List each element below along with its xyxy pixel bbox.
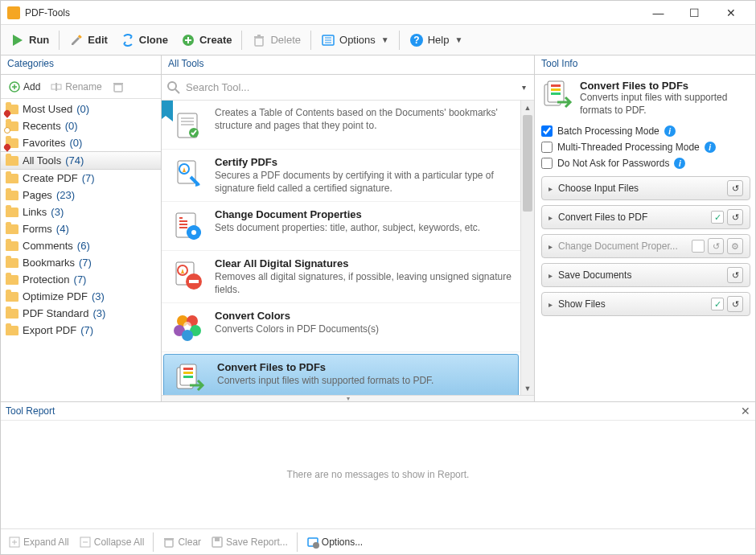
create-icon: [181, 33, 195, 47]
run-icon: [10, 33, 25, 47]
folder-icon: [6, 257, 18, 269]
category-item[interactable]: Bookmarks (7): [1, 254, 161, 271]
tool-item[interactable]: Change Document PropertiesSets document …: [162, 202, 520, 251]
multithread-checkbox[interactable]: [541, 142, 553, 153]
folder-icon: [6, 274, 18, 286]
category-item[interactable]: Links (3): [1, 204, 161, 220]
step-enable-checkbox[interactable]: ✓: [711, 211, 724, 224]
collapse-all-button[interactable]: Collapse All: [75, 533, 149, 551]
folder-icon: [6, 155, 18, 166]
expand-all-button[interactable]: Expand All: [4, 533, 73, 551]
maximize-button[interactable]: ☐: [676, 2, 713, 24]
category-item[interactable]: Comments (6): [1, 237, 161, 254]
category-item[interactable]: PDF Standard (3): [1, 305, 161, 322]
search-dropdown-button[interactable]: ▾: [519, 83, 529, 92]
search-icon: [166, 80, 181, 95]
step-reset-button[interactable]: ↺: [727, 296, 743, 312]
alltools-header: All Tools: [162, 56, 534, 75]
info-icon[interactable]: i: [664, 125, 676, 137]
category-item[interactable]: Recents (0): [1, 117, 161, 134]
report-close-button[interactable]: ✕: [741, 405, 750, 417]
category-count: (0): [76, 103, 89, 115]
step-reset-button[interactable]: ↺: [727, 180, 743, 196]
tool-item[interactable]: Certify PDFsSecures a PDF documents by c…: [162, 150, 520, 202]
workflow-step[interactable]: ▸Show Files✓↺: [541, 292, 750, 316]
chevron-right-icon: ▸: [549, 271, 553, 280]
clone-button[interactable]: Clone: [114, 30, 175, 51]
workflow-step[interactable]: ▸Save Documents↺: [541, 263, 750, 287]
delete-category-button[interactable]: [108, 78, 129, 96]
chevron-right-icon: ▸: [549, 213, 553, 222]
create-button[interactable]: Create: [175, 30, 238, 51]
run-button[interactable]: Run: [4, 30, 55, 51]
expand-icon: [8, 536, 21, 549]
step-enable-checkbox[interactable]: ✓: [711, 298, 724, 310]
category-count: (0): [65, 120, 78, 132]
scrollbar[interactable]: ▲ ▼: [520, 101, 534, 395]
rename-category-button[interactable]: Rename: [46, 78, 105, 96]
category-item[interactable]: Protection (7): [1, 271, 161, 288]
category-item[interactable]: Most Used (0): [1, 101, 161, 117]
category-item[interactable]: Favorites (0): [1, 134, 161, 151]
edit-button[interactable]: Edit: [63, 30, 114, 51]
help-button[interactable]: ? Help ▼: [403, 30, 470, 51]
svg-rect-54: [215, 537, 220, 541]
tools-list[interactable]: Creates a Table of Contents based on the…: [162, 101, 534, 395]
category-item[interactable]: Forms (4): [1, 220, 161, 237]
delete-button[interactable]: Delete: [245, 30, 307, 51]
folder-icon: [6, 224, 18, 235]
svg-rect-42: [183, 372, 193, 374]
step-reset-button[interactable]: ↺: [727, 267, 743, 283]
svg-rect-32: [189, 280, 199, 283]
main-toolbar: Run Edit Clone Create Delete Options ▼ ?…: [1, 25, 755, 56]
options-button[interactable]: Options ▼: [314, 30, 396, 51]
report-header-label: Tool Report: [6, 405, 55, 417]
category-label: Recents: [23, 120, 61, 132]
clear-report-button[interactable]: Clear: [158, 533, 205, 551]
step-reset-button[interactable]: ↺: [708, 238, 724, 254]
category-count: (74): [65, 154, 84, 166]
tool-item[interactable]: Clear All Digital SignaturesRemoves all …: [162, 251, 520, 303]
info-icon[interactable]: i: [705, 142, 716, 153]
nopass-checkbox[interactable]: [541, 158, 553, 169]
category-count: (7): [80, 324, 93, 336]
scroll-down-icon[interactable]: ▼: [521, 381, 534, 395]
category-item[interactable]: Create PDF (7): [1, 170, 161, 187]
category-count: (7): [79, 257, 92, 269]
category-item[interactable]: All Tools (74): [1, 151, 161, 170]
scroll-thumb[interactable]: [523, 115, 532, 212]
minimize-button[interactable]: —: [640, 2, 676, 24]
save-report-button[interactable]: Save Report...: [207, 533, 292, 551]
tool-item[interactable]: Creates a Table of Contents based on the…: [162, 101, 520, 150]
search-input[interactable]: [186, 81, 519, 93]
add-category-button[interactable]: Add: [4, 78, 44, 96]
info-icon[interactable]: i: [674, 158, 685, 169]
tool-item[interactable]: Convert ColorsConverts Colors in PDF Doc…: [162, 303, 520, 352]
workflow-step[interactable]: ▸Change Document Proper...↺⚙: [541, 234, 750, 258]
batch-checkbox[interactable]: [541, 125, 553, 137]
workflow-step[interactable]: ▸Convert Files to PDF✓↺: [541, 205, 750, 229]
category-item[interactable]: Optimize PDF (3): [1, 288, 161, 305]
category-count: (23): [56, 189, 75, 201]
workflow-step[interactable]: ▸Choose Input Files↺: [541, 176, 750, 200]
category-item[interactable]: Pages (23): [1, 187, 161, 204]
step-enable-checkbox[interactable]: [692, 240, 705, 253]
trash-icon: [112, 80, 125, 93]
toolinfo-title: Convert Files to PDFs: [580, 80, 750, 92]
folder-icon: [6, 138, 18, 149]
folder-icon: [6, 207, 18, 218]
step-reset-button[interactable]: ↺: [727, 209, 743, 225]
tool-icon: [170, 107, 205, 142]
step-settings-button[interactable]: ⚙: [727, 238, 743, 254]
report-options-button[interactable]: Options...: [302, 533, 367, 551]
category-label: Links: [23, 206, 47, 218]
scroll-up-icon[interactable]: ▲: [521, 101, 534, 114]
folder-icon: [6, 121, 18, 132]
help-icon: ?: [409, 33, 424, 47]
category-item[interactable]: Export PDF (7): [1, 322, 161, 339]
tool-item[interactable]: Convert Files to PDFsConverts input file…: [163, 354, 519, 395]
close-button[interactable]: ✕: [713, 2, 749, 24]
titlebar: PDF-Tools — ☐ ✕: [1, 1, 755, 25]
splitter-handle[interactable]: ▾: [162, 395, 534, 401]
category-label: All Tools: [23, 154, 61, 166]
